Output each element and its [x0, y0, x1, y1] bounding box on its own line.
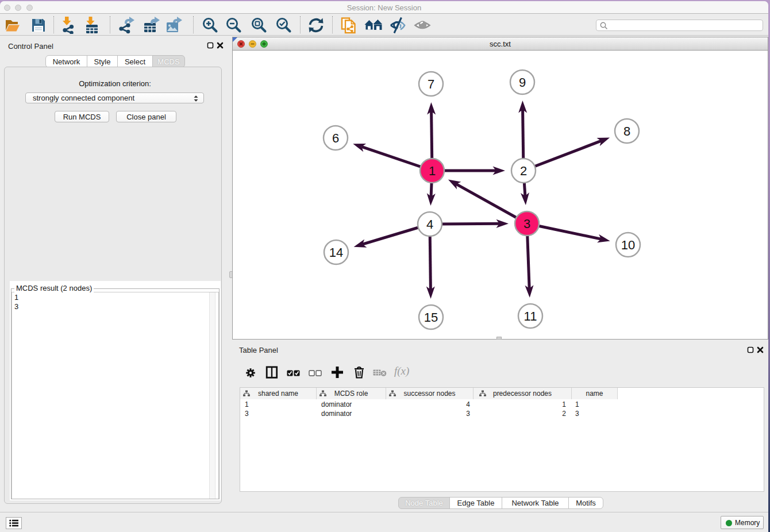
svg-text:4: 4 [426, 217, 433, 232]
svg-text:15: 15 [424, 310, 438, 325]
svg-text:8: 8 [623, 124, 630, 138]
svg-text:10: 10 [621, 238, 635, 252]
svg-text:11: 11 [524, 309, 537, 323]
svg-text:2: 2 [520, 164, 527, 178]
svg-text:14: 14 [329, 245, 343, 260]
svg-text:6: 6 [332, 131, 339, 145]
svg-text:1: 1 [429, 164, 436, 178]
svg-text:3: 3 [523, 217, 530, 231]
svg-text:9: 9 [519, 75, 526, 90]
svg-text:7: 7 [428, 77, 434, 91]
